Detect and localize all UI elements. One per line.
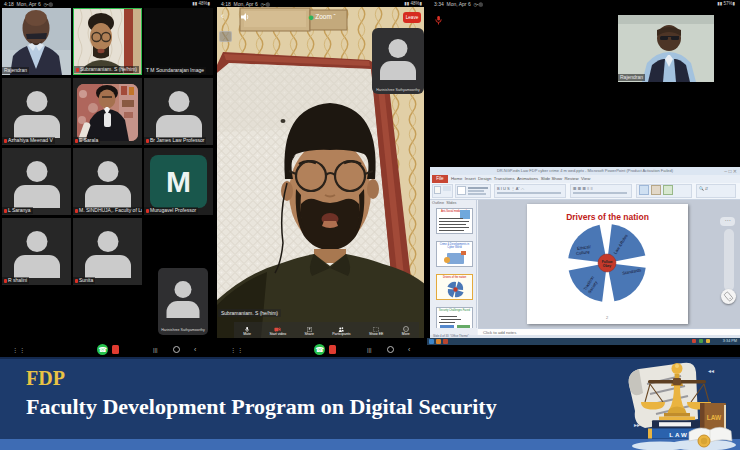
svg-text:▸▸: ▸▸	[634, 422, 640, 428]
svg-text:◂◂: ◂◂	[708, 368, 714, 374]
svg-text:2: 2	[606, 315, 609, 320]
svg-text:LAW: LAW	[669, 431, 689, 438]
svg-text:Obey: Obey	[603, 264, 612, 268]
svg-text:LAW: LAW	[707, 414, 722, 421]
